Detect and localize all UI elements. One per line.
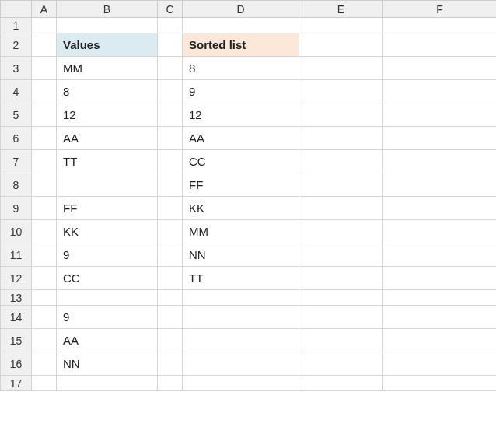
cell-C4[interactable] [158,80,183,103]
cell-E17[interactable] [299,376,383,391]
cell-E4[interactable] [299,80,383,103]
cell-E13[interactable] [299,290,383,306]
cell-A7[interactable] [32,150,57,173]
cell-D12[interactable]: TT [183,267,299,290]
cell-C9[interactable] [158,197,183,220]
cell-A5[interactable] [32,103,57,127]
select-all-corner[interactable] [1,1,32,18]
cell-C2[interactable] [158,33,183,57]
cell-B16[interactable]: NN [57,352,158,376]
cell-F1[interactable] [383,18,497,33]
cell-A4[interactable] [32,80,57,103]
cell-C7[interactable] [158,150,183,173]
col-header-D[interactable]: D [183,1,299,18]
cell-F9[interactable] [383,197,497,220]
cell-F7[interactable] [383,150,497,173]
cell-B12[interactable]: CC [57,267,158,290]
cell-B14[interactable]: 9 [57,306,158,329]
row-header-5[interactable]: 5 [1,103,32,127]
cell-A16[interactable] [32,352,57,376]
row-header-1[interactable]: 1 [1,18,32,33]
cell-C11[interactable] [158,243,183,267]
cell-F5[interactable] [383,103,497,127]
row-header-11[interactable]: 11 [1,243,32,267]
cell-E5[interactable] [299,103,383,127]
col-header-E[interactable]: E [299,1,383,18]
cell-C15[interactable] [158,329,183,352]
cell-F14[interactable] [383,306,497,329]
cell-A6[interactable] [32,127,57,150]
cell-B17[interactable] [57,376,158,391]
row-header-3[interactable]: 3 [1,57,32,80]
cell-D11[interactable]: NN [183,243,299,267]
cell-D3[interactable]: 8 [183,57,299,80]
cell-B7[interactable]: TT [57,150,158,173]
cell-E10[interactable] [299,220,383,243]
cell-E15[interactable] [299,329,383,352]
cell-F15[interactable] [383,329,497,352]
cell-E16[interactable] [299,352,383,376]
cell-B5[interactable]: 12 [57,103,158,127]
row-header-9[interactable]: 9 [1,197,32,220]
cell-D17[interactable] [183,376,299,391]
cell-A10[interactable] [32,220,57,243]
cell-E6[interactable] [299,127,383,150]
cell-E3[interactable] [299,57,383,80]
cell-E8[interactable] [299,173,383,197]
cell-E7[interactable] [299,150,383,173]
cell-D14[interactable] [183,306,299,329]
cell-B13[interactable] [57,290,158,306]
cell-C1[interactable] [158,18,183,33]
cell-D13[interactable] [183,290,299,306]
cell-F2[interactable] [383,33,497,57]
cell-B9[interactable]: FF [57,197,158,220]
cell-D1[interactable] [183,18,299,33]
row-header-8[interactable]: 8 [1,173,32,197]
row-header-7[interactable]: 7 [1,150,32,173]
row-header-13[interactable]: 13 [1,290,32,306]
cell-C8[interactable] [158,173,183,197]
cell-A11[interactable] [32,243,57,267]
cell-D6[interactable]: AA [183,127,299,150]
cell-A15[interactable] [32,329,57,352]
col-header-C[interactable]: C [158,1,183,18]
cell-D4[interactable]: 9 [183,80,299,103]
cell-A8[interactable] [32,173,57,197]
cell-A17[interactable] [32,376,57,391]
cell-A14[interactable] [32,306,57,329]
cell-C6[interactable] [158,127,183,150]
row-header-14[interactable]: 14 [1,306,32,329]
cell-D10[interactable]: MM [183,220,299,243]
col-header-F[interactable]: F [383,1,497,18]
spreadsheet-grid[interactable]: A B C D E F 1 2 Values Sorted list [0,0,496,391]
cell-F6[interactable] [383,127,497,150]
cell-B4[interactable]: 8 [57,80,158,103]
row-header-6[interactable]: 6 [1,127,32,150]
col-header-A[interactable]: A [32,1,57,18]
cell-B11[interactable]: 9 [57,243,158,267]
cell-B8[interactable] [57,173,158,197]
row-header-12[interactable]: 12 [1,267,32,290]
cell-F17[interactable] [383,376,497,391]
cell-D15[interactable] [183,329,299,352]
cell-F11[interactable] [383,243,497,267]
cell-F13[interactable] [383,290,497,306]
cell-E1[interactable] [299,18,383,33]
row-header-15[interactable]: 15 [1,329,32,352]
cell-A13[interactable] [32,290,57,306]
cell-D7[interactable]: CC [183,150,299,173]
cell-E2[interactable] [299,33,383,57]
cell-E12[interactable] [299,267,383,290]
cell-C17[interactable] [158,376,183,391]
col-header-B[interactable]: B [57,1,158,18]
row-header-2[interactable]: 2 [1,33,32,57]
cell-B2-header[interactable]: Values [57,33,158,57]
cell-C13[interactable] [158,290,183,306]
row-header-4[interactable]: 4 [1,80,32,103]
cell-B3[interactable]: MM [57,57,158,80]
cell-C3[interactable] [158,57,183,80]
cell-B1[interactable] [57,18,158,33]
cell-D5[interactable]: 12 [183,103,299,127]
cell-A3[interactable] [32,57,57,80]
cell-D8[interactable]: FF [183,173,299,197]
